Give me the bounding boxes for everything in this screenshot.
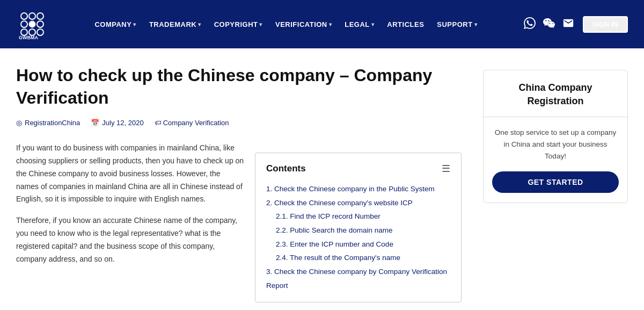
toc-link-2-4[interactable]: 2.4. The result of the Company's name <box>276 254 400 262</box>
article-title: How to check up the Chinese company – Co… <box>16 64 462 109</box>
chevron-down-icon: ▾ <box>474 21 478 27</box>
article-meta: ◎ RegistrationChina 📅 July 12, 2020 🏷 Co… <box>16 119 462 127</box>
logo-area: GWBMA <box>16 8 48 40</box>
svg-point-5 <box>29 21 35 27</box>
email-icon[interactable] <box>562 17 574 32</box>
chevron-down-icon: ▾ <box>371 21 375 27</box>
main-nav: COMPANY ▾ TRADEMARK ▾ COPYRIGHT ▾ VERIFI… <box>48 16 524 33</box>
nav-legal[interactable]: LEGAL ▾ <box>339 16 379 33</box>
chevron-down-icon: ▾ <box>259 21 262 27</box>
author-meta[interactable]: ◎ RegistrationChina <box>16 119 80 127</box>
calendar-icon: 📅 <box>91 119 99 127</box>
sidebar-widget: China Company Registration One stop serv… <box>483 70 628 203</box>
toc-item-2-1: 2.1. Find the ICP record Number <box>276 210 450 224</box>
toc-item-2-4: 2.4. The result of the Company's name <box>276 251 450 265</box>
gwbma-logo: GWBMA <box>16 8 48 40</box>
main-container: How to check up the Chinese company – Co… <box>0 48 644 310</box>
content-area: How to check up the Chinese company – Co… <box>16 64 462 302</box>
toc-list: 1. Check the Chinese company in the Publ… <box>266 182 450 292</box>
chevron-down-icon: ▾ <box>133 21 136 27</box>
nav-articles[interactable]: ARTICLES <box>382 16 429 33</box>
svg-text:GWBMA: GWBMA <box>19 35 38 40</box>
toc-box: Contents ☰ 1. Check the Chinese company … <box>255 153 462 302</box>
toc-header: Contents ☰ <box>266 163 450 175</box>
sign-in-button[interactable]: SIGN IN <box>583 16 628 33</box>
toc-item-1: 1. Check the Chinese company in the Publ… <box>266 182 450 196</box>
toc-link-3[interactable]: 3. Check the Chinese company by Company … <box>266 268 447 290</box>
toc-item-2: 2. Check the Chinese company's website I… <box>266 196 450 265</box>
chevron-down-icon: ▾ <box>198 21 201 27</box>
toc-toggle-button[interactable]: ☰ <box>442 163 450 175</box>
social-icons <box>524 17 574 32</box>
toc-link-2[interactable]: 2. Check the Chinese company's website I… <box>266 199 413 207</box>
header: GWBMA COMPANY ▾ TRADEMARK ▾ COPYRIGHT ▾ … <box>0 0 644 48</box>
tag-meta[interactable]: 🏷 Company Verification <box>155 119 229 127</box>
toc-item-2-2: 2.2. Public Search the domain name <box>276 224 450 237</box>
toc-sub-list-2: 2.1. Find the ICP record Number 2.2. Pub… <box>266 210 450 265</box>
sidebar: China Company Registration One stop serv… <box>483 64 628 302</box>
toc-title: Contents <box>266 163 306 174</box>
toc-item-3: 3. Check the Chinese company by Company … <box>266 265 450 292</box>
nav-copyright[interactable]: COPYRIGHT ▾ <box>209 16 268 33</box>
nav-support[interactable]: SUPPORT ▾ <box>431 16 482 33</box>
author-name: RegistrationChina <box>25 119 80 127</box>
toc-link-2-3[interactable]: 2.3. Enter the ICP number and Code <box>276 240 393 248</box>
nav-verification[interactable]: VERIFICATION ▾ <box>270 16 337 33</box>
get-started-button[interactable]: GET STARTED <box>492 171 619 193</box>
user-icon: ◎ <box>16 119 22 127</box>
toc-item-2-3: 2.3. Enter the ICP number and Code <box>276 237 450 251</box>
article-date: July 12, 2020 <box>102 119 143 127</box>
nav-trademark[interactable]: TRADEMARK ▾ <box>144 16 207 33</box>
article-tag: Company Verification <box>163 119 229 127</box>
widget-description: One stop service to set up a company in … <box>492 127 619 162</box>
date-meta: 📅 July 12, 2020 <box>91 119 143 127</box>
widget-title: China Company Registration <box>492 81 619 108</box>
toc-link-1[interactable]: 1. Check the Chinese company in the Publ… <box>266 185 435 193</box>
toc-link-2-1[interactable]: 2.1. Find the ICP record Number <box>276 212 380 220</box>
widget-header: China Company Registration <box>484 70 627 117</box>
nav-company[interactable]: COMPANY ▾ <box>89 16 141 33</box>
chevron-down-icon: ▾ <box>329 21 332 27</box>
whatsapp-icon[interactable] <box>524 17 536 32</box>
wechat-icon[interactable] <box>543 17 555 32</box>
widget-body: One stop service to set up a company in … <box>484 117 627 203</box>
tag-icon: 🏷 <box>155 119 162 127</box>
toc-link-2-2[interactable]: 2.2. Public Search the domain name <box>276 226 393 234</box>
article-body: Contents ☰ 1. Check the Chinese company … <box>16 142 462 265</box>
